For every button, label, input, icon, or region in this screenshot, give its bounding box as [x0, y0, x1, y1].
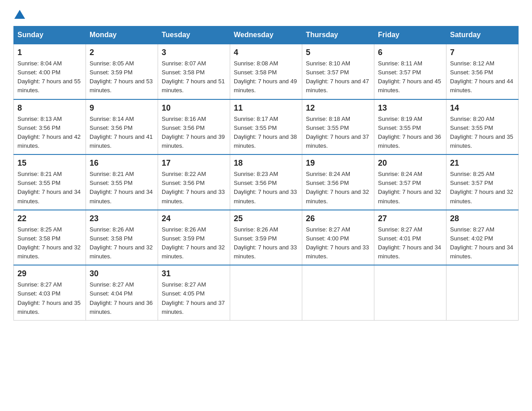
weekday-header-monday: Monday: [86, 26, 158, 44]
calendar-cell: 8 Sunrise: 8:13 AM Sunset: 3:56 PM Dayli…: [14, 99, 86, 155]
calendar-cell: 22 Sunrise: 8:25 AM Sunset: 3:58 PM Dayl…: [14, 210, 86, 265]
day-info: Sunrise: 8:22 AM Sunset: 3:56 PM Dayligh…: [162, 170, 226, 206]
day-info: Sunrise: 8:25 AM Sunset: 3:57 PM Dayligh…: [450, 170, 515, 206]
weekday-header-friday: Friday: [374, 26, 446, 44]
day-number: 18: [234, 158, 298, 168]
day-number: 24: [162, 214, 226, 223]
day-number: 31: [162, 269, 226, 278]
logo-triangle-icon: [14, 10, 25, 19]
calendar-cell: 19 Sunrise: 8:24 AM Sunset: 3:56 PM Dayl…: [302, 154, 374, 210]
day-info: Sunrise: 8:27 AM Sunset: 4:03 PM Dayligh…: [17, 280, 82, 317]
calendar-cell: 11 Sunrise: 8:17 AM Sunset: 3:55 PM Dayl…: [230, 99, 302, 155]
day-info: Sunrise: 8:07 AM Sunset: 3:58 PM Dayligh…: [162, 59, 226, 95]
weekday-header-saturday: Saturday: [446, 26, 519, 44]
day-number: 8: [17, 103, 82, 113]
day-number: 9: [90, 103, 154, 113]
day-number: 25: [234, 214, 298, 223]
page-header: [13, 9, 519, 18]
weekday-header-sunday: Sunday: [14, 26, 86, 44]
day-number: 20: [378, 158, 442, 168]
day-info: Sunrise: 8:23 AM Sunset: 3:56 PM Dayligh…: [234, 170, 298, 206]
day-number: 4: [234, 48, 298, 57]
day-number: 11: [234, 103, 298, 113]
calendar-cell: 15 Sunrise: 8:21 AM Sunset: 3:55 PM Dayl…: [14, 154, 86, 210]
day-info: Sunrise: 8:12 AM Sunset: 3:56 PM Dayligh…: [450, 59, 515, 95]
day-number: 21: [450, 158, 515, 168]
day-number: 2: [90, 48, 154, 57]
day-number: 27: [378, 214, 442, 223]
calendar-cell: 23 Sunrise: 8:26 AM Sunset: 3:58 PM Dayl…: [86, 210, 158, 265]
day-number: 7: [450, 48, 515, 57]
day-info: Sunrise: 8:19 AM Sunset: 3:55 PM Dayligh…: [378, 115, 442, 151]
day-info: Sunrise: 8:11 AM Sunset: 3:57 PM Dayligh…: [378, 59, 442, 95]
day-info: Sunrise: 8:04 AM Sunset: 4:00 PM Dayligh…: [17, 59, 82, 95]
calendar-cell: [374, 265, 446, 320]
weekday-header-thursday: Thursday: [302, 26, 374, 44]
calendar-cell: 31 Sunrise: 8:27 AM Sunset: 4:05 PM Dayl…: [158, 265, 230, 320]
calendar-cell: [302, 265, 374, 320]
day-info: Sunrise: 8:16 AM Sunset: 3:56 PM Dayligh…: [162, 115, 226, 151]
day-number: 6: [378, 48, 442, 57]
calendar-cell: 3 Sunrise: 8:07 AM Sunset: 3:58 PM Dayli…: [158, 44, 230, 99]
day-number: 3: [162, 48, 226, 57]
calendar-cell: 1 Sunrise: 8:04 AM Sunset: 4:00 PM Dayli…: [14, 44, 86, 99]
calendar-cell: 18 Sunrise: 8:23 AM Sunset: 3:56 PM Dayl…: [230, 154, 302, 210]
day-info: Sunrise: 8:08 AM Sunset: 3:58 PM Dayligh…: [234, 59, 298, 95]
calendar-cell: [446, 265, 519, 320]
day-info: Sunrise: 8:27 AM Sunset: 4:04 PM Dayligh…: [90, 280, 154, 317]
day-info: Sunrise: 8:27 AM Sunset: 4:00 PM Dayligh…: [306, 225, 370, 261]
day-number: 5: [306, 48, 370, 57]
calendar-cell: 4 Sunrise: 8:08 AM Sunset: 3:58 PM Dayli…: [230, 44, 302, 99]
calendar-week-row: 29 Sunrise: 8:27 AM Sunset: 4:03 PM Dayl…: [14, 265, 519, 320]
day-info: Sunrise: 8:27 AM Sunset: 4:05 PM Dayligh…: [162, 280, 226, 317]
calendar-week-row: 1 Sunrise: 8:04 AM Sunset: 4:00 PM Dayli…: [14, 44, 519, 99]
day-number: 30: [90, 269, 154, 278]
day-number: 13: [378, 103, 442, 113]
day-info: Sunrise: 8:20 AM Sunset: 3:55 PM Dayligh…: [450, 115, 515, 151]
calendar-cell: 5 Sunrise: 8:10 AM Sunset: 3:57 PM Dayli…: [302, 44, 374, 99]
calendar-cell: 28 Sunrise: 8:27 AM Sunset: 4:02 PM Dayl…: [446, 210, 519, 265]
calendar-cell: 13 Sunrise: 8:19 AM Sunset: 3:55 PM Dayl…: [374, 99, 446, 155]
day-info: Sunrise: 8:17 AM Sunset: 3:55 PM Dayligh…: [234, 115, 298, 151]
day-number: 26: [306, 214, 370, 223]
day-number: 22: [17, 214, 82, 223]
logo-blue-part: [13, 9, 26, 18]
calendar-cell: 24 Sunrise: 8:26 AM Sunset: 3:59 PM Dayl…: [158, 210, 230, 265]
weekday-header-tuesday: Tuesday: [158, 26, 230, 44]
day-info: Sunrise: 8:27 AM Sunset: 4:01 PM Dayligh…: [378, 225, 442, 261]
calendar-cell: 25 Sunrise: 8:26 AM Sunset: 3:59 PM Dayl…: [230, 210, 302, 265]
calendar-cell: 21 Sunrise: 8:25 AM Sunset: 3:57 PM Dayl…: [446, 154, 519, 210]
weekday-header-row: SundayMondayTuesdayWednesdayThursdayFrid…: [14, 26, 519, 44]
calendar-table: SundayMondayTuesdayWednesdayThursdayFrid…: [13, 26, 519, 321]
day-number: 1: [17, 48, 82, 57]
day-number: 23: [90, 214, 154, 223]
calendar-week-row: 8 Sunrise: 8:13 AM Sunset: 3:56 PM Dayli…: [14, 99, 519, 155]
day-number: 15: [17, 158, 82, 168]
day-number: 16: [90, 158, 154, 168]
day-info: Sunrise: 8:26 AM Sunset: 3:59 PM Dayligh…: [234, 225, 298, 261]
day-info: Sunrise: 8:18 AM Sunset: 3:55 PM Dayligh…: [306, 115, 370, 151]
logo: [13, 9, 26, 18]
calendar-cell: 26 Sunrise: 8:27 AM Sunset: 4:00 PM Dayl…: [302, 210, 374, 265]
calendar-cell: 14 Sunrise: 8:20 AM Sunset: 3:55 PM Dayl…: [446, 99, 519, 155]
day-info: Sunrise: 8:21 AM Sunset: 3:55 PM Dayligh…: [90, 170, 154, 206]
day-number: 28: [450, 214, 515, 223]
calendar-cell: 10 Sunrise: 8:16 AM Sunset: 3:56 PM Dayl…: [158, 99, 230, 155]
weekday-header-wednesday: Wednesday: [230, 26, 302, 44]
day-info: Sunrise: 8:10 AM Sunset: 3:57 PM Dayligh…: [306, 59, 370, 95]
calendar-cell: 27 Sunrise: 8:27 AM Sunset: 4:01 PM Dayl…: [374, 210, 446, 265]
calendar-cell: 29 Sunrise: 8:27 AM Sunset: 4:03 PM Dayl…: [14, 265, 86, 320]
calendar-cell: 20 Sunrise: 8:24 AM Sunset: 3:57 PM Dayl…: [374, 154, 446, 210]
calendar-cell: 17 Sunrise: 8:22 AM Sunset: 3:56 PM Dayl…: [158, 154, 230, 210]
day-info: Sunrise: 8:21 AM Sunset: 3:55 PM Dayligh…: [17, 170, 82, 206]
day-number: 17: [162, 158, 226, 168]
day-info: Sunrise: 8:14 AM Sunset: 3:56 PM Dayligh…: [90, 115, 154, 151]
day-info: Sunrise: 8:05 AM Sunset: 3:59 PM Dayligh…: [90, 59, 154, 95]
calendar-week-row: 22 Sunrise: 8:25 AM Sunset: 3:58 PM Dayl…: [14, 210, 519, 265]
day-number: 19: [306, 158, 370, 168]
day-number: 14: [450, 103, 515, 113]
calendar-cell: 9 Sunrise: 8:14 AM Sunset: 3:56 PM Dayli…: [86, 99, 158, 155]
calendar-cell: 30 Sunrise: 8:27 AM Sunset: 4:04 PM Dayl…: [86, 265, 158, 320]
calendar-week-row: 15 Sunrise: 8:21 AM Sunset: 3:55 PM Dayl…: [14, 154, 519, 210]
day-info: Sunrise: 8:13 AM Sunset: 3:56 PM Dayligh…: [17, 115, 82, 151]
